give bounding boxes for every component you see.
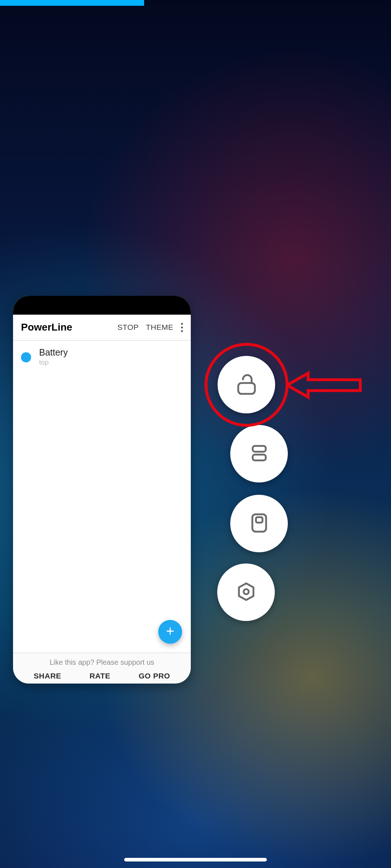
powerline-indicator-bar (0, 0, 144, 6)
floating-window-icon (249, 512, 269, 536)
window-button[interactable] (230, 495, 288, 552)
unlock-icon (236, 372, 257, 397)
list-item[interactable]: Battery top (13, 341, 191, 372)
settings-button[interactable] (217, 563, 275, 621)
app-title: PowerLine (21, 322, 114, 333)
color-dot-icon (21, 352, 31, 362)
list-item-subtitle: top (39, 358, 68, 366)
indicator-list: Battery top (13, 341, 191, 652)
svg-rect-4 (256, 517, 262, 523)
svg-rect-0 (238, 383, 255, 394)
lock-button[interactable] (218, 356, 275, 413)
home-indicator[interactable] (124, 858, 267, 861)
svg-marker-7 (287, 373, 360, 397)
list-item-texts: Battery top (39, 347, 68, 366)
svg-point-6 (244, 589, 249, 594)
list-item-title: Battery (39, 347, 68, 358)
go-pro-button[interactable]: GO PRO (139, 672, 170, 680)
app-toolbar: PowerLine STOP THEME (13, 315, 191, 341)
stop-button[interactable]: STOP (114, 320, 142, 335)
hex-settings-icon (236, 581, 257, 604)
add-indicator-fab[interactable] (158, 620, 182, 644)
rate-button[interactable]: RATE (89, 672, 110, 680)
app-statusbar (13, 296, 191, 315)
svg-rect-1 (253, 446, 266, 452)
support-text: Like this app? Please support us (13, 653, 191, 669)
recent-app-card-powerline[interactable]: PowerLine STOP THEME Battery top Like th… (13, 296, 191, 684)
overflow-menu-button[interactable] (177, 320, 184, 335)
split-screen-icon (249, 443, 269, 465)
share-button[interactable]: SHARE (34, 672, 61, 680)
plus-icon (165, 626, 175, 637)
app-footer: Like this app? Please support us SHARE R… (13, 652, 191, 684)
svg-marker-5 (239, 583, 253, 600)
svg-rect-2 (253, 455, 266, 460)
annotation-arrow-left-icon (286, 370, 362, 401)
theme-button[interactable]: THEME (142, 320, 177, 335)
split-button[interactable] (230, 425, 288, 482)
more-vert-icon (181, 323, 183, 325)
